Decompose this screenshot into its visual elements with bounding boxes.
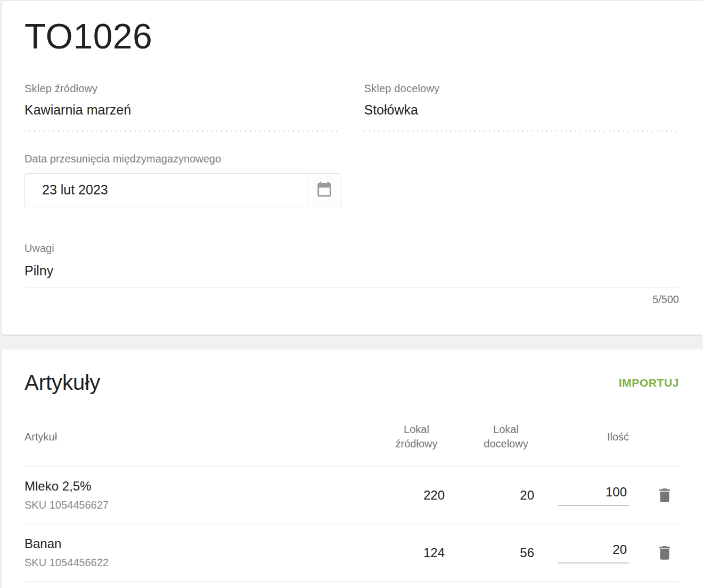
target-store-field: Sklep docelowy Stołówka	[364, 83, 680, 132]
item-source-stock: 124	[365, 545, 445, 560]
header-article: Artykuł	[24, 430, 365, 444]
open-calendar-button[interactable]	[307, 174, 341, 207]
delete-item-button[interactable]	[653, 541, 676, 565]
source-store-select[interactable]: Kawiarnia marzeń	[24, 102, 340, 118]
transfer-order-page: TO1026 Sklep źródłowy Kawiarnia marzeń S…	[0, 0, 703, 588]
item-name-cell: Mleko 2,5% SKU 1054456627	[24, 479, 365, 511]
import-button[interactable]: IMPORTUJ	[619, 372, 679, 394]
delete-item-button[interactable]	[653, 483, 676, 508]
trash-icon	[656, 557, 674, 565]
transfer-date-input[interactable]	[25, 174, 307, 207]
store-fields-row: Sklep źródłowy Kawiarnia marzeń Sklep do…	[24, 83, 679, 132]
item-target-stock: 56	[445, 545, 534, 560]
items-section-title: Artykuły	[24, 371, 100, 395]
item-actions-cell	[629, 541, 679, 565]
notes-underline	[24, 288, 679, 288]
target-store-underline	[364, 130, 680, 132]
item-name: Banan	[24, 536, 365, 551]
item-name: Mleko 2,5%	[24, 479, 365, 494]
item-actions-cell	[629, 483, 679, 508]
item-sku: SKU 1054456622	[24, 557, 365, 569]
notes-label: Uwagi	[24, 242, 679, 255]
source-store-field: Sklep źródłowy Kawiarnia marzeń	[24, 83, 340, 132]
trash-icon	[656, 499, 674, 507]
item-source-stock: 220	[365, 488, 445, 503]
target-store-label: Sklep docelowy	[364, 83, 680, 95]
transfer-date-label: Data przesunięcia międzymagazynowego	[24, 153, 679, 165]
transfer-date-field	[24, 173, 341, 207]
page-title: TO1026	[24, 17, 679, 56]
table-row: Banan SKU 1054456622 124 56	[24, 524, 679, 582]
order-details-card: TO1026 Sklep źródłowy Kawiarnia marzeń S…	[1, 1, 703, 335]
source-store-label: Sklep źródłowy	[24, 83, 340, 95]
source-store-underline	[24, 130, 340, 132]
calendar-icon	[315, 180, 333, 200]
items-card: Artykuły IMPORTUJ Artykuł Lokal źródłowy…	[1, 349, 703, 588]
items-table-header: Artykuł Lokal źródłowy Lokal docelowy Il…	[24, 422, 679, 467]
items-section-header: Artykuły IMPORTUJ	[24, 349, 679, 395]
table-row: Mleko 2,5% SKU 1054456627 220 20	[24, 467, 679, 524]
notes-input[interactable]	[24, 261, 679, 279]
notes-char-counter: 5/500	[24, 293, 679, 306]
item-quantity-cell	[534, 485, 629, 506]
item-target-stock: 20	[445, 488, 534, 503]
item-name-cell: Banan SKU 1054456622	[24, 536, 365, 569]
quantity-input[interactable]	[558, 485, 629, 506]
quantity-input[interactable]	[558, 542, 629, 564]
header-target-stock: Lokal docelowy	[445, 422, 534, 451]
header-quantity: Ilość	[534, 430, 629, 444]
target-store-select[interactable]: Stołówka	[364, 102, 680, 118]
item-quantity-cell	[534, 542, 629, 564]
item-sku: SKU 1054456627	[24, 499, 365, 511]
header-source-stock: Lokal źródłowy	[365, 422, 445, 451]
